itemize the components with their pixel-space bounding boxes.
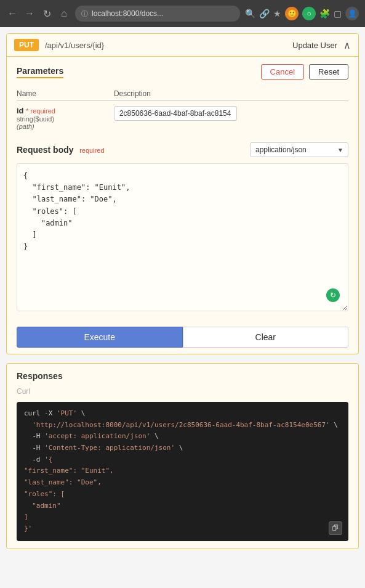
collapse-button[interactable]: ∧ <box>343 39 351 51</box>
params-actions: Cancel Reset <box>261 64 348 80</box>
back-button[interactable]: ← <box>6 7 18 20</box>
endpoint-path: /api/v1/users/{id} <box>45 41 286 50</box>
json-textarea-wrapper: { "first_name": "Eunit", "last_name": "D… <box>17 163 348 313</box>
parameters-table: Name Description id * required string($u… <box>17 87 348 135</box>
param-id-required: * required <box>26 107 55 115</box>
request-body-textarea[interactable]: { "first_name": "Eunit", "last_name": "D… <box>17 163 348 311</box>
share-icon[interactable]: 🔗 <box>259 9 270 18</box>
url-text: localhost:8000/docs... <box>92 9 163 18</box>
browser-toolbar-icons: 🔍 🔗 ★ 🙂 ○ 🧩 ▢ 👤 <box>245 7 359 20</box>
extension-icon-1[interactable]: 🙂 <box>285 7 299 20</box>
window-icon[interactable]: ▢ <box>334 9 342 18</box>
parameters-header: Parameters Cancel Reset <box>17 64 348 80</box>
reload-button[interactable]: ↻ <box>41 7 53 20</box>
endpoint-description: Update User <box>292 41 337 50</box>
request-body-section: Request body required application/json a… <box>7 142 358 321</box>
request-body-header: Request body required application/json a… <box>17 142 348 157</box>
param-id-location: (path) <box>17 123 102 130</box>
curl-code: curl -X 'PUT' \ 'http://localhost:8000/a… <box>24 408 341 535</box>
parameters-title: Parameters <box>17 66 63 78</box>
copy-icon-button[interactable]: 🗍 <box>329 521 342 535</box>
puzzle-icon[interactable]: 🧩 <box>319 9 330 18</box>
content-type-select[interactable]: application/json application/xml text/pl… <box>250 142 348 157</box>
reset-button[interactable]: Reset <box>309 64 348 80</box>
extension-icon-2[interactable]: ○ <box>302 7 316 20</box>
request-body-required: required <box>79 147 104 154</box>
content-type-wrapper: application/json application/xml text/pl… <box>250 142 348 157</box>
browser-chrome: ← → ↻ ⌂ ⓘ localhost:8000/docs... 🔍 🔗 ★ 🙂… <box>0 0 365 27</box>
request-body-title-group: Request body required <box>17 145 105 155</box>
content-area: PUT /api/v1/users/{id} Update User ∧ Par… <box>0 27 365 588</box>
cancel-button[interactable]: Cancel <box>261 64 304 80</box>
endpoint-card: PUT /api/v1/users/{id} Update User ∧ Par… <box>6 33 359 354</box>
table-row: id * required string($uuid) (path) <box>17 101 348 136</box>
parameters-section: Parameters Cancel Reset Name Description <box>7 56 358 142</box>
profile-icon[interactable]: 👤 <box>345 7 359 20</box>
request-body-title: Request body <box>17 145 74 155</box>
col-name-header: Name <box>17 87 114 101</box>
responses-section: Responses Curl curl -X 'PUT' \ 'http://l… <box>6 363 359 549</box>
endpoint-header: PUT /api/v1/users/{id} Update User ∧ <box>7 34 358 56</box>
param-id-type: string($uuid) <box>17 115 102 123</box>
lock-icon: ⓘ <box>81 9 88 18</box>
clear-button[interactable]: Clear <box>183 327 349 348</box>
param-id-input[interactable] <box>114 106 237 121</box>
address-bar[interactable]: ⓘ localhost:8000/docs... <box>75 6 240 22</box>
curl-label: Curl <box>17 387 348 396</box>
refresh-icon-button[interactable]: ↻ <box>326 288 340 302</box>
curl-block: curl -X 'PUT' \ 'http://localhost:8000/a… <box>17 402 348 541</box>
home-button[interactable]: ⌂ <box>58 7 70 20</box>
search-icon[interactable]: 🔍 <box>245 9 255 18</box>
execute-button[interactable]: Execute <box>17 327 183 348</box>
param-id-name: id <box>17 106 24 115</box>
col-description-header: Description <box>114 87 348 101</box>
action-buttons: Execute Clear <box>7 321 358 354</box>
forward-button[interactable]: → <box>23 7 36 20</box>
bookmark-icon[interactable]: ★ <box>273 9 281 18</box>
responses-title: Responses <box>17 371 348 381</box>
curl-block-wrapper: Curl curl -X 'PUT' \ 'http://localhost:8… <box>17 387 348 541</box>
method-badge: PUT <box>14 39 39 51</box>
